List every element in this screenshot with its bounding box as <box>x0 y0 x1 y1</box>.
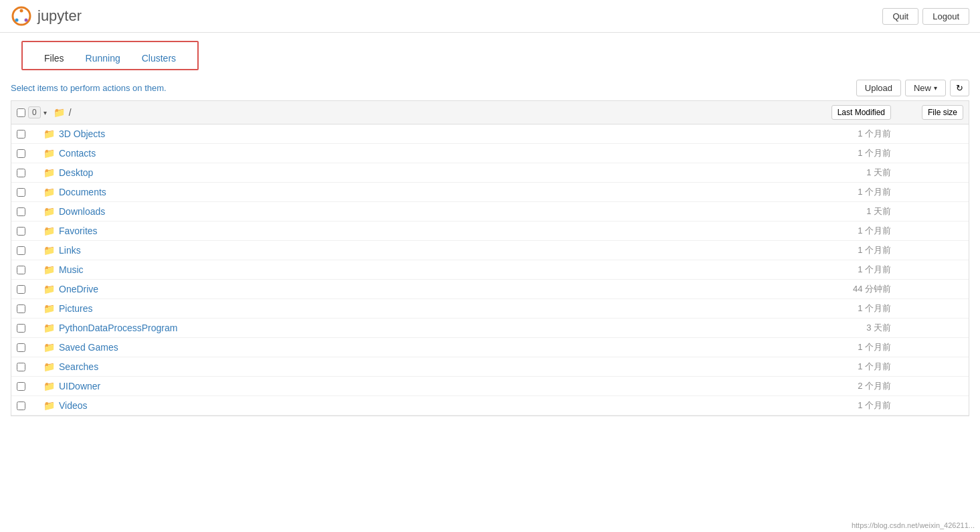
sort-size-button[interactable]: File size <box>922 105 963 120</box>
folder-icon: 📁 <box>43 148 55 159</box>
row-checkbox-7[interactable] <box>17 266 25 274</box>
toolbar: Select items to perform actions on them.… <box>0 76 980 100</box>
row-checkbox-14[interactable] <box>17 402 25 410</box>
folder-link[interactable]: Favorites <box>59 226 98 236</box>
select-hint-link: items to perform actions on them <box>37 83 164 93</box>
table-row: 📁 Videos 1 个月前 <box>11 396 969 416</box>
folder-link[interactable]: 3D Objects <box>59 128 105 139</box>
svg-point-2 <box>25 19 28 22</box>
row-modified-col: 1 个月前 <box>776 400 896 412</box>
breadcrumb-folder-icon: 📁 <box>54 107 65 118</box>
row-checkbox-8[interactable] <box>17 285 25 294</box>
row-check-col <box>17 304 43 313</box>
folder-link[interactable]: Videos <box>59 400 88 411</box>
new-button-label: New <box>914 83 931 93</box>
row-checkbox-1[interactable] <box>17 149 25 158</box>
row-name-col: 📁 Saved Games <box>43 342 776 353</box>
header-buttons: Quit Logout <box>882 8 969 25</box>
row-checkbox-6[interactable] <box>17 246 25 255</box>
row-check-col <box>17 363 43 371</box>
row-name-col: 📁 Documents <box>43 187 776 197</box>
folder-icon: 📁 <box>43 400 55 411</box>
header-modified-col: Last Modified <box>776 105 896 120</box>
folder-icon: 📁 <box>43 264 55 275</box>
table-row: 📁 Downloads 1 天前 <box>11 202 969 221</box>
row-checkbox-3[interactable] <box>17 188 25 197</box>
select-all-checkbox[interactable] <box>17 108 25 117</box>
table-row: 📁 3D Objects 1 个月前 <box>11 124 969 144</box>
row-modified-col: 44 分钟前 <box>776 283 896 295</box>
folder-icon: 📁 <box>43 206 55 217</box>
folder-icon: 📁 <box>43 284 55 294</box>
row-modified-col: 1 个月前 <box>776 147 896 159</box>
sort-modified-button[interactable]: Last Modified <box>831 105 891 120</box>
logo-text: jupyter <box>37 7 82 25</box>
refresh-button[interactable]: ↻ <box>950 80 969 96</box>
row-checkbox-4[interactable] <box>17 207 25 216</box>
folder-link[interactable]: Contacts <box>59 148 96 159</box>
upload-button[interactable]: Upload <box>856 80 901 96</box>
row-modified-col: 1 个月前 <box>776 225 896 237</box>
folder-link[interactable]: Searches <box>59 361 98 372</box>
row-checkbox-9[interactable] <box>17 304 25 313</box>
table-row: 📁 Music 1 个月前 <box>11 260 969 280</box>
count-dropdown-arrow[interactable]: ▾ <box>43 109 47 116</box>
row-modified-col: 1 个月前 <box>776 244 896 256</box>
toolbar-hint: Select items to perform actions on them. <box>11 83 167 93</box>
folder-link[interactable]: Music <box>59 264 84 275</box>
folder-icon: 📁 <box>43 245 55 256</box>
row-name-col: 📁 Downloads <box>43 206 776 217</box>
tabs-container: Files Running Clusters <box>21 41 199 70</box>
row-checkbox-12[interactable] <box>17 363 25 371</box>
row-check-col <box>17 382 43 391</box>
row-modified-col: 1 个月前 <box>776 128 896 140</box>
row-check-col <box>17 169 43 177</box>
folder-icon: 📁 <box>43 342 55 353</box>
row-check-col <box>17 324 43 333</box>
folder-link[interactable]: Desktop <box>59 167 93 178</box>
row-checkbox-10[interactable] <box>17 324 25 333</box>
row-check-col <box>17 149 43 158</box>
tab-files[interactable]: Files <box>33 48 75 69</box>
folder-link[interactable]: Saved Games <box>59 342 118 353</box>
folder-link[interactable]: PythonDataProcessProgram <box>59 323 177 333</box>
folder-link[interactable]: Documents <box>59 187 106 197</box>
selected-count: 0 <box>28 106 41 118</box>
row-check-col <box>17 246 43 255</box>
row-name-col: 📁 Pictures <box>43 303 776 314</box>
folder-link[interactable]: Downloads <box>59 206 105 217</box>
row-modified-col: 3 天前 <box>776 322 896 334</box>
folder-icon: 📁 <box>43 303 55 314</box>
tab-clusters[interactable]: Clusters <box>131 48 187 69</box>
row-checkbox-11[interactable] <box>17 343 25 352</box>
folder-link[interactable]: Links <box>59 245 81 256</box>
header: jupyter Quit Logout <box>0 0 980 33</box>
table-row: 📁 UIDowner 2 个月前 <box>11 377 969 396</box>
row-check-col <box>17 227 43 236</box>
row-checkbox-0[interactable] <box>17 130 25 139</box>
row-checkbox-13[interactable] <box>17 382 25 391</box>
logout-button[interactable]: Logout <box>922 8 969 25</box>
folder-icon: 📁 <box>43 226 55 236</box>
row-checkbox-2[interactable] <box>17 169 25 177</box>
quit-button[interactable]: Quit <box>882 8 918 25</box>
folder-link[interactable]: OneDrive <box>59 284 98 294</box>
tab-running[interactable]: Running <box>75 48 131 69</box>
jupyter-logo-icon <box>11 5 32 27</box>
svg-point-1 <box>20 9 23 13</box>
row-checkbox-5[interactable] <box>17 227 25 236</box>
row-name-col: 📁 Videos <box>43 400 776 411</box>
table-row: 📁 Documents 1 个月前 <box>11 183 969 202</box>
new-button[interactable]: New ▾ <box>905 80 946 96</box>
logo: jupyter <box>11 5 82 27</box>
table-row: 📁 PythonDataProcessProgram 3 天前 <box>11 319 969 338</box>
row-check-col <box>17 266 43 274</box>
table-row: 📁 Pictures 1 个月前 <box>11 299 969 319</box>
folder-link[interactable]: UIDowner <box>59 381 100 391</box>
table-row: 📁 Contacts 1 个月前 <box>11 144 969 163</box>
table-row: 📁 Favorites 1 个月前 <box>11 221 969 241</box>
folder-link[interactable]: Pictures <box>59 303 93 314</box>
row-modified-col: 1 个月前 <box>776 361 896 373</box>
table-row: 📁 Links 1 个月前 <box>11 241 969 260</box>
file-list: 0 ▾ 📁 / Last Modified File size 📁 3D Obj… <box>11 100 969 416</box>
